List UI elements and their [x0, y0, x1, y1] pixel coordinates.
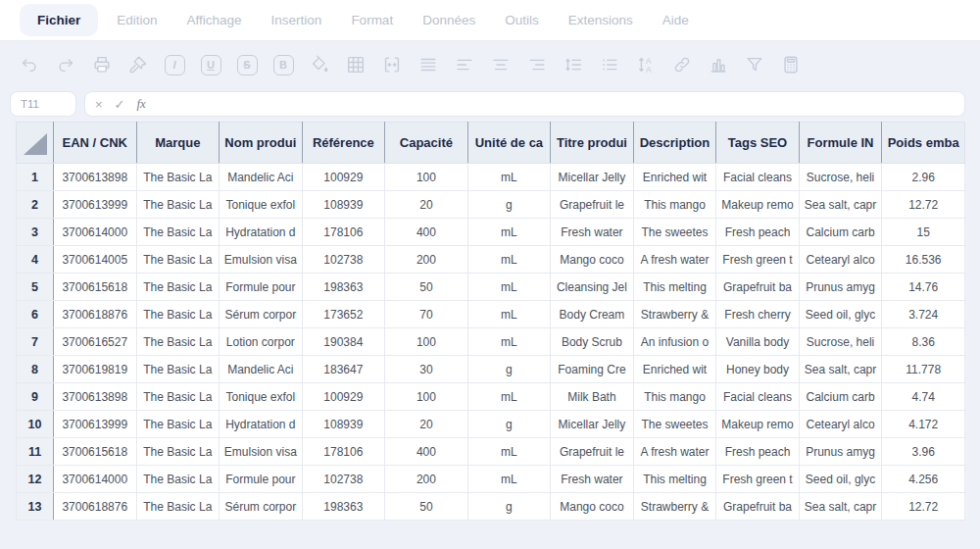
- cell[interactable]: 12.72: [882, 493, 965, 521]
- row-number[interactable]: 13: [17, 493, 54, 521]
- cell[interactable]: Milk Bath: [551, 383, 634, 411]
- cell[interactable]: 3700614000: [54, 466, 137, 493]
- column-header-titre-produi[interactable]: Titre produi: [551, 123, 634, 164]
- cell[interactable]: Sucrose, heli: [799, 164, 882, 191]
- cell[interactable]: A fresh water: [633, 246, 716, 274]
- cell[interactable]: Sea salt, capr: [799, 356, 882, 383]
- row-number[interactable]: 3: [17, 219, 54, 246]
- cell[interactable]: Sérum corpor: [220, 493, 303, 521]
- cell[interactable]: 102738: [302, 246, 385, 274]
- cell[interactable]: 3700614000: [54, 219, 137, 246]
- cell[interactable]: 11.778: [882, 356, 965, 383]
- cell[interactable]: 3700614005: [54, 246, 137, 274]
- cell[interactable]: mL: [467, 219, 551, 246]
- cell[interactable]: Emulsion visa: [220, 438, 303, 466]
- cell[interactable]: 3700613999: [54, 411, 137, 438]
- cell[interactable]: 20: [385, 411, 468, 438]
- cell[interactable]: 3.724: [882, 301, 965, 328]
- cell[interactable]: 400: [385, 438, 468, 466]
- cell[interactable]: The Basic La: [136, 411, 220, 438]
- cell[interactable]: The sweetes: [633, 219, 716, 246]
- formula-bar[interactable]: × ✓ fx: [84, 91, 965, 117]
- cell[interactable]: 400: [385, 219, 468, 246]
- column-header-capacite[interactable]: Capacité: [385, 123, 468, 164]
- column-header-poids-emba[interactable]: Poids emba: [882, 123, 965, 164]
- column-header-unite-de-ca[interactable]: Unité de ca: [467, 123, 551, 164]
- cell[interactable]: 190384: [302, 328, 385, 356]
- cell[interactable]: Facial cleans: [716, 383, 800, 411]
- cell[interactable]: Fresh green t: [716, 466, 800, 493]
- cell[interactable]: 198363: [302, 274, 385, 301]
- underline-icon[interactable]: U: [199, 53, 222, 76]
- cell[interactable]: The Basic La: [136, 246, 220, 274]
- cell[interactable]: The Basic La: [136, 191, 220, 219]
- menu-item-extensions[interactable]: Extensions: [554, 4, 648, 36]
- cell[interactable]: Makeup remo: [716, 411, 800, 438]
- cell[interactable]: Mango coco: [551, 493, 634, 521]
- cell[interactable]: 14.76: [882, 274, 965, 301]
- cell[interactable]: 3700619819: [54, 356, 137, 383]
- cell[interactable]: g: [467, 191, 551, 219]
- cell[interactable]: 108939: [302, 191, 385, 219]
- cell[interactable]: The Basic La: [136, 466, 220, 493]
- column-header-tags-seo[interactable]: Tags SEO: [716, 123, 800, 164]
- cell[interactable]: 178106: [302, 219, 385, 246]
- cell[interactable]: mL: [467, 274, 551, 301]
- cell[interactable]: Strawberry &: [633, 493, 716, 521]
- cell[interactable]: mL: [467, 328, 551, 356]
- cell[interactable]: Vanilla body: [716, 328, 800, 356]
- cell[interactable]: Grapefruit ba: [716, 493, 800, 521]
- cell[interactable]: mL: [467, 383, 551, 411]
- row-number[interactable]: 8: [17, 356, 54, 383]
- formula-input[interactable]: [158, 92, 955, 116]
- cell[interactable]: 173652: [302, 301, 385, 328]
- align-justify-icon[interactable]: [416, 53, 440, 76]
- menu-item-aide[interactable]: Aide: [648, 4, 704, 36]
- row-number[interactable]: 9: [17, 383, 54, 411]
- cell[interactable]: 108939: [302, 411, 385, 438]
- cell[interactable]: Sucrose, heli: [799, 328, 882, 356]
- cell[interactable]: 2.96: [882, 164, 965, 191]
- cell[interactable]: 3700613898: [54, 383, 137, 411]
- cell[interactable]: Sea salt, capr: [799, 191, 882, 219]
- cell[interactable]: Sea salt, capr: [799, 493, 882, 521]
- cell[interactable]: Mango coco: [551, 246, 634, 274]
- cell[interactable]: Hydratation d: [220, 411, 303, 438]
- link-icon[interactable]: [670, 53, 694, 76]
- cell[interactable]: 15: [882, 219, 965, 246]
- merge-cells-icon[interactable]: [380, 53, 404, 76]
- column-header-formule-in[interactable]: Formule IN: [799, 123, 882, 164]
- cell[interactable]: The Basic La: [136, 164, 220, 191]
- cell[interactable]: 178106: [302, 438, 385, 466]
- row-number[interactable]: 11: [17, 438, 54, 466]
- cell[interactable]: 3700615618: [54, 274, 137, 301]
- row-number[interactable]: 6: [17, 301, 54, 328]
- cell[interactable]: Cetearyl alco: [799, 411, 882, 438]
- row-number[interactable]: 12: [17, 466, 54, 493]
- confirm-icon[interactable]: ✓: [115, 98, 125, 111]
- sort-icon[interactable]: AA: [634, 53, 658, 76]
- cell[interactable]: Lotion corpor: [220, 328, 303, 356]
- cell[interactable]: 100929: [302, 383, 385, 411]
- menu-item-format[interactable]: Format: [336, 4, 408, 36]
- cell[interactable]: Body Cream: [551, 301, 634, 328]
- cell[interactable]: 3700615618: [54, 438, 137, 466]
- line-spacing-icon[interactable]: [562, 53, 585, 76]
- cell[interactable]: A fresh water: [633, 438, 716, 466]
- column-header-reference[interactable]: Référence: [302, 123, 385, 164]
- cell[interactable]: The sweetes: [633, 411, 716, 438]
- cell[interactable]: Facial cleans: [716, 164, 800, 191]
- cell[interactable]: Tonique exfol: [220, 383, 303, 411]
- cell[interactable]: The Basic La: [136, 356, 220, 383]
- cell[interactable]: 4.172: [882, 411, 965, 438]
- cell[interactable]: Body Scrub: [551, 328, 634, 356]
- cell[interactable]: mL: [467, 301, 551, 328]
- cell[interactable]: Grapefruit le: [551, 438, 634, 466]
- cell[interactable]: 198363: [302, 493, 385, 521]
- cell[interactable]: The Basic La: [136, 219, 220, 246]
- cell[interactable]: Seed oil, glyc: [799, 301, 882, 328]
- chart-icon[interactable]: [707, 53, 730, 76]
- bullet-list-icon[interactable]: [598, 53, 621, 76]
- cell[interactable]: Sérum corpor: [220, 301, 303, 328]
- cell[interactable]: 8.36: [882, 328, 965, 356]
